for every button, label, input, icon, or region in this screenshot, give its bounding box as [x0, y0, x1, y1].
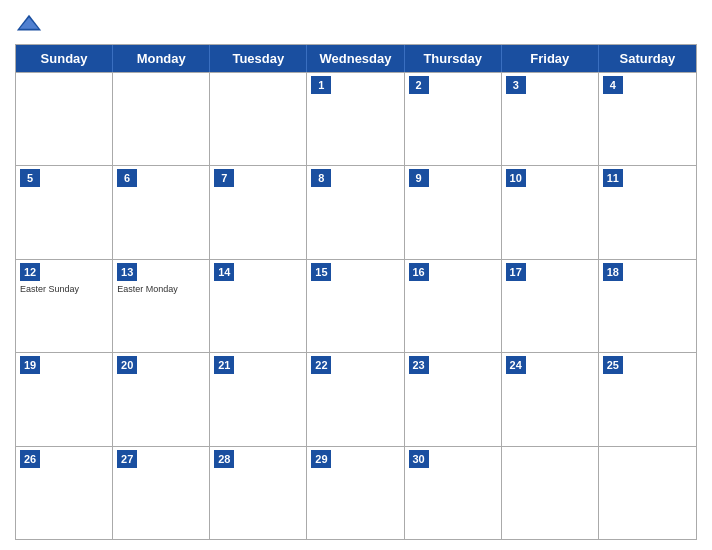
calendar-cell: 15 [307, 260, 404, 352]
cell-date: 1 [311, 76, 331, 94]
cell-date: 28 [214, 450, 234, 468]
cell-date: 9 [409, 169, 429, 187]
cell-date: 24 [506, 356, 526, 374]
calendar-cell [16, 73, 113, 165]
cell-date: 26 [20, 450, 40, 468]
cell-date: 19 [20, 356, 40, 374]
calendar-cell [210, 73, 307, 165]
day-header-tuesday: Tuesday [210, 45, 307, 72]
day-header-wednesday: Wednesday [307, 45, 404, 72]
cell-date: 2 [409, 76, 429, 94]
calendar-cell: 8 [307, 166, 404, 258]
calendar-row-2: 12Easter Sunday13Easter Monday1415161718 [16, 259, 696, 352]
logo [15, 10, 47, 38]
day-header-sunday: Sunday [16, 45, 113, 72]
cell-date: 27 [117, 450, 137, 468]
calendar-cell: 1 [307, 73, 404, 165]
calendar-cell [502, 447, 599, 539]
calendar-row-1: 567891011 [16, 165, 696, 258]
cell-date: 22 [311, 356, 331, 374]
calendar-cell: 2 [405, 73, 502, 165]
cell-date: 12 [20, 263, 40, 281]
cell-date: 21 [214, 356, 234, 374]
cell-date: 10 [506, 169, 526, 187]
calendar-cell: 12Easter Sunday [16, 260, 113, 352]
cell-date: 17 [506, 263, 526, 281]
day-header-friday: Friday [502, 45, 599, 72]
calendar-row-3: 19202122232425 [16, 352, 696, 445]
calendar-cell: 19 [16, 353, 113, 445]
calendar-cell: 30 [405, 447, 502, 539]
cell-event: Easter Sunday [20, 284, 108, 294]
calendar-cell: 16 [405, 260, 502, 352]
calendar-cell: 6 [113, 166, 210, 258]
day-header-saturday: Saturday [599, 45, 696, 72]
cell-date: 18 [603, 263, 623, 281]
calendar-cell [113, 73, 210, 165]
cell-date: 8 [311, 169, 331, 187]
cell-date: 30 [409, 450, 429, 468]
calendar-cell [599, 447, 696, 539]
calendar-cell: 14 [210, 260, 307, 352]
calendar-body: 123456789101112Easter Sunday13Easter Mon… [16, 72, 696, 539]
calendar-cell: 17 [502, 260, 599, 352]
calendar-cell: 5 [16, 166, 113, 258]
cell-date: 7 [214, 169, 234, 187]
page: SundayMondayTuesdayWednesdayThursdayFrid… [0, 0, 712, 550]
calendar-cell: 22 [307, 353, 404, 445]
cell-date: 25 [603, 356, 623, 374]
cell-date: 14 [214, 263, 234, 281]
calendar-cell: 9 [405, 166, 502, 258]
calendar-cell: 28 [210, 447, 307, 539]
cell-date: 3 [506, 76, 526, 94]
cell-date: 23 [409, 356, 429, 374]
calendar-cell: 18 [599, 260, 696, 352]
logo-bird-icon [15, 10, 43, 38]
cell-date: 5 [20, 169, 40, 187]
cell-date: 15 [311, 263, 331, 281]
calendar-cell: 27 [113, 447, 210, 539]
cell-date: 20 [117, 356, 137, 374]
calendar-cell: 10 [502, 166, 599, 258]
calendar-cell: 4 [599, 73, 696, 165]
day-header-thursday: Thursday [405, 45, 502, 72]
cell-date: 11 [603, 169, 623, 187]
calendar-cell: 24 [502, 353, 599, 445]
calendar-cell: 23 [405, 353, 502, 445]
calendar-header: SundayMondayTuesdayWednesdayThursdayFrid… [16, 45, 696, 72]
day-header-monday: Monday [113, 45, 210, 72]
cell-date: 29 [311, 450, 331, 468]
calendar-cell: 21 [210, 353, 307, 445]
svg-marker-1 [20, 17, 39, 28]
calendar-cell: 20 [113, 353, 210, 445]
cell-event: Easter Monday [117, 284, 205, 294]
calendar-cell: 3 [502, 73, 599, 165]
cell-date: 16 [409, 263, 429, 281]
cell-date: 13 [117, 263, 137, 281]
header [15, 10, 697, 38]
calendar-cell: 25 [599, 353, 696, 445]
calendar-row-4: 2627282930 [16, 446, 696, 539]
calendar-cell: 11 [599, 166, 696, 258]
calendar-cell: 7 [210, 166, 307, 258]
calendar-cell: 29 [307, 447, 404, 539]
cell-date: 6 [117, 169, 137, 187]
calendar: SundayMondayTuesdayWednesdayThursdayFrid… [15, 44, 697, 540]
calendar-row-0: 1234 [16, 72, 696, 165]
calendar-cell: 26 [16, 447, 113, 539]
calendar-cell: 13Easter Monday [113, 260, 210, 352]
cell-date: 4 [603, 76, 623, 94]
